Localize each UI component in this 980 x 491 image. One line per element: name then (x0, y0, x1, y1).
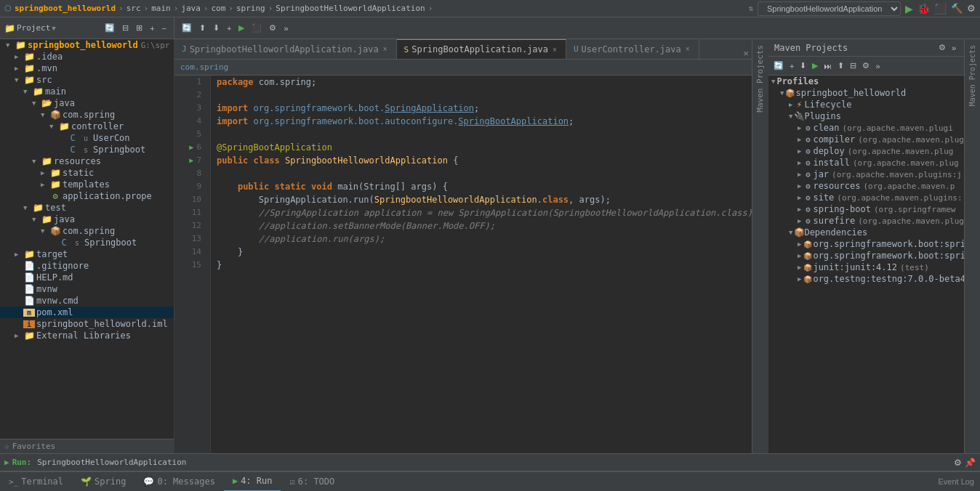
maven-plugins[interactable]: ▼ 🔌 Plugins (768, 110, 964, 122)
maven-dep-1[interactable]: ▶ 📦 org.springframework.boot:spri (768, 238, 964, 250)
maven-deploy[interactable]: ▶ ⚙ deploy (org.apache.maven.plug (768, 145, 964, 157)
run-bar-settings-btn[interactable]: ⚙ (954, 458, 962, 468)
tab-close-2[interactable]: × (551, 46, 558, 54)
tab-messages[interactable]: 💬 0: Messages (134, 471, 223, 491)
tree-java[interactable]: ▼ 📂 java (0, 97, 174, 109)
build-button[interactable]: 🔨 (951, 3, 963, 14)
maven-profiles[interactable]: ▼ Profiles (768, 76, 964, 87)
maven-module[interactable]: ▼ 📦 springboot_helloworld (768, 87, 964, 99)
download-btn[interactable]: ⬇ (210, 22, 222, 34)
tree-pomxml[interactable]: m pom.xml (0, 307, 174, 318)
vtab-maven-projects[interactable]: Maven Projects (754, 39, 766, 118)
tab-springbootapplication[interactable]: J SpringbootHelloworldApplication.java × (174, 39, 397, 59)
dropdown-arrow: ▼ (52, 25, 55, 32)
tree-controller[interactable]: ▼ 📁 controller (0, 121, 174, 132)
run-bar-pin-btn[interactable]: 📌 (965, 458, 976, 468)
file-tree-panel: ▼ 📁 springboot_helloworld G:\spr ▶ 📁 .id… (0, 39, 174, 453)
maven-more2-btn[interactable]: » (873, 61, 882, 71)
maven-jar[interactable]: ▶ ⚙ jar (org.apache.maven.plugins:j (768, 169, 964, 180)
tab-run[interactable]: ▶ 4: Run (224, 471, 281, 491)
event-log-btn[interactable]: Event Log (938, 477, 974, 486)
maven-install[interactable]: ▶ ⚙ install (org.apache.maven.plug (768, 157, 964, 169)
stop-maven-btn[interactable]: ⬛ (249, 22, 265, 34)
remove-btn[interactable]: − (159, 22, 169, 34)
tree-test-com[interactable]: ▼ 📦 com.spring (0, 225, 174, 237)
close-editor-btn[interactable]: × (743, 48, 749, 59)
maven-run-btn[interactable]: ▶ (810, 60, 820, 71)
maven-clean[interactable]: ▶ ⚙ clean (org.apache.maven.plugi (768, 122, 964, 134)
tab-close-1[interactable]: × (382, 45, 389, 53)
run-button[interactable]: ▶ (905, 3, 913, 15)
maven-lifecycle[interactable]: ▶ ⚡ Lifecycle (768, 99, 964, 110)
tab-usercontroller[interactable]: U UserController.java × (566, 39, 699, 59)
tree-idea[interactable]: ▶ 📁 .idea (0, 51, 174, 62)
expand-all-btn[interactable]: ⊞ (133, 22, 145, 34)
add-file-btn[interactable]: + (224, 23, 234, 34)
more-btn[interactable]: » (281, 23, 291, 34)
maven-title: Maven Projects (774, 43, 848, 53)
maven-dep-2[interactable]: ▶ 📦 org.springframework.boot:spri (768, 250, 964, 261)
tree-resources[interactable]: ▼ 📁 resources (0, 155, 174, 167)
site-sub: (org.apache.maven.plugins: (837, 193, 962, 203)
tree-usercontroller[interactable]: C u UserCon (0, 132, 174, 144)
tree-gitignore[interactable]: 📄 .gitignore (0, 260, 174, 272)
tree-helpmd[interactable]: 📄 HELP.md (0, 272, 174, 283)
maven-surefire[interactable]: ▶ ⚙ surefire (org.apache.maven.plug (768, 215, 964, 227)
maven-site[interactable]: ▶ ⚙ site (org.apache.maven.plugins: (768, 192, 964, 203)
refresh-btn[interactable]: 🔄 (179, 22, 195, 34)
favorites-bar[interactable]: ☆ Favorites (0, 439, 174, 453)
maven-compiler[interactable]: ▶ ⚙ compiler (org.apache.maven.plugi (768, 134, 964, 145)
maven-settings-btn[interactable]: ⚙ (936, 42, 948, 53)
tree-test-springboot[interactable]: C s Springboot (0, 237, 174, 248)
maven-dependencies[interactable]: ▼ 📦 Dependencies (768, 227, 964, 238)
tab-close-3[interactable]: × (684, 45, 691, 53)
tree-static[interactable]: ▶ 📁 static (0, 167, 174, 179)
maven-spring-boot[interactable]: ▶ ⚙ spring-boot (org.springframew (768, 203, 964, 215)
tab-terminal[interactable]: >_ Terminal (0, 471, 72, 491)
sync-btn[interactable]: 🔄 (102, 22, 118, 34)
tree-com-spring[interactable]: ▼ 📦 com.spring (0, 109, 174, 121)
maven-more-btn[interactable]: » (949, 42, 958, 53)
debug-button[interactable]: 🐞 (917, 3, 930, 15)
tree-springboot-ctrl[interactable]: C s Springboot (0, 144, 174, 155)
springboot-icon: ⚙ (803, 205, 813, 214)
tree-src[interactable]: ▼ 📁 src (0, 74, 174, 86)
tree-root[interactable]: ▼ 📁 springboot_helloworld G:\spr (0, 39, 174, 51)
tree-main[interactable]: ▼ 📁 main (0, 86, 174, 97)
tree-mvnw[interactable]: 📄 mvnw (0, 283, 174, 295)
maven-toggle-btn[interactable]: ⬆ (835, 60, 846, 71)
tree-target[interactable]: ▶ 📁 target (0, 248, 174, 260)
settings-top-button[interactable]: ⚙ (967, 3, 976, 14)
tree-appprops[interactable]: ⚙ application.prope (0, 190, 174, 202)
tree-test-java[interactable]: ▼ 📁 java (0, 214, 174, 225)
maven-settings2-btn[interactable]: ⚙ (860, 60, 872, 71)
tab-todo[interactable]: ☑ 6: TODO (281, 471, 343, 491)
add-btn[interactable]: + (147, 22, 157, 34)
maven-resources[interactable]: ▶ ⚙ resources (org.apache.maven.p (768, 180, 964, 192)
test-java-label: java (54, 214, 75, 224)
stop-button[interactable]: ⬛ (934, 3, 947, 15)
maven-dep-junit[interactable]: ▶ 📦 junit:junit:4.12 (test) (768, 261, 964, 273)
settings2-btn[interactable]: ⚙ (266, 22, 279, 34)
tree-templates[interactable]: ▶ 📁 templates (0, 179, 174, 190)
tree-ext-libs[interactable]: ▶ 📁 External Libraries (0, 330, 174, 341)
maven-collapse-btn[interactable]: ⊟ (848, 60, 859, 71)
refresh2-btn[interactable]: ⬆ (196, 22, 209, 34)
maven-dep-testng[interactable]: ▶ 📦 org.testng:testng:7.0.0-beta4 (te (768, 273, 964, 285)
maven-add-btn[interactable]: + (787, 61, 796, 71)
tree-test[interactable]: ▼ 📁 test (0, 202, 174, 214)
tree-iml[interactable]: i springboot_helloworld.iml (0, 318, 174, 330)
maven-download-btn[interactable]: ⬇ (798, 60, 808, 71)
tree-mvn[interactable]: ▶ 📁 .mvn (0, 62, 174, 74)
run-config-select[interactable]: SpringbootHelloworldApplication (758, 1, 901, 16)
maven-skip-btn[interactable]: ⏭ (822, 61, 834, 71)
vtab-maven[interactable]: Maven Projects (967, 39, 978, 112)
tree-mvnwcmd[interactable]: 📄 mvnw.cmd (0, 295, 174, 307)
play-maven-btn[interactable]: ▶ (236, 22, 247, 34)
src-folder-icon: 📁 (23, 75, 35, 85)
tab-springbootapp-active[interactable]: S SpringBootApplication.java × (397, 39, 566, 59)
tab-spring[interactable]: 🌱 Spring (72, 471, 134, 491)
maven-refresh-btn[interactable]: 🔄 (771, 60, 786, 71)
code-content[interactable]: package com.spring; import org.springfra… (211, 76, 752, 453)
collapse-all-btn[interactable]: ⊟ (119, 22, 132, 34)
